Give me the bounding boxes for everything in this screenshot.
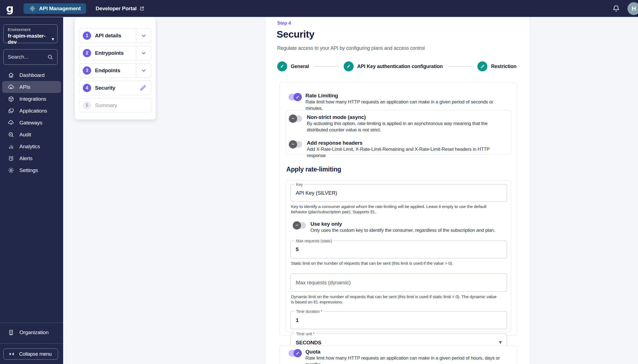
sidebar-item-gateways[interactable]: Gateways (0, 117, 63, 129)
expand-step-button[interactable] (136, 46, 151, 60)
add-response-headers-title: Add response headers (307, 140, 506, 146)
expand-step-button[interactable] (136, 29, 151, 43)
wizard-step-endpoints[interactable]: 3 Endpoints (79, 63, 151, 78)
cloud-down-icon (8, 119, 14, 126)
gravitee-logo: g (6, 3, 14, 14)
progress-step-api-key-config[interactable]: ✓ API Key authentication configuration (344, 61, 443, 71)
step-number-badge: 4 (83, 84, 91, 92)
max-requests-dynamic-field[interactable]: Max requests (dynamic) (290, 274, 507, 292)
max-requests-static-field[interactable]: Max requests (static) 5 (290, 241, 507, 258)
wizard-steps-card: 1 API details 2 Entrypoints 3 Endpoints … (75, 17, 156, 119)
sidebar-item-analytics[interactable]: Analytics (0, 141, 63, 152)
use-key-only-toggle[interactable]: − (293, 222, 306, 229)
chevron-down-icon (140, 50, 147, 56)
rate-limiting-toggle[interactable]: ✓ (289, 94, 301, 100)
progress-step-restriction[interactable]: Restriction (477, 61, 516, 71)
search-icon[interactable] (47, 54, 53, 60)
toggle-minus-icon: − (289, 115, 297, 123)
notifications-bell-icon[interactable] (612, 4, 620, 13)
bar-chart-icon (8, 143, 14, 150)
cloud-gear-icon (8, 84, 14, 90)
non-strict-mode-row: − Non-strict mode (async) By activating … (289, 114, 506, 133)
sidebar-item-label: Settings (19, 167, 38, 173)
search-check-icon (8, 131, 14, 138)
environment-selector[interactable]: Environment fr-apim-master-dev ▾ (3, 24, 58, 43)
quota-card: ✓ Quota Rate limit how many HTTP request… (279, 345, 517, 364)
time-duration-field[interactable]: Time duration * 1 (290, 311, 507, 329)
non-strict-mode-toggle[interactable]: − (289, 115, 302, 122)
main-content-panel: Step 4 Security Regulate access to your … (265, 17, 530, 364)
use-key-only-row: − Use key only Only uses the custom key … (293, 221, 506, 233)
quota-row: ✓ Quota Rate limit how many HTTP request… (289, 349, 511, 364)
add-response-headers-toggle[interactable]: − (289, 141, 302, 148)
add-response-headers-description: Add X-Rate-Limit-Limit, X-Rate-Limit-Rem… (307, 146, 506, 159)
user-avatar[interactable]: H (627, 2, 638, 15)
max-requests-dynamic-helper: Dynamic limit on the number of requests … (291, 294, 497, 305)
sidebar-item-alerts[interactable]: Alerts (0, 152, 63, 164)
wizard-step-label: Endpoints (95, 67, 136, 74)
sidebar-item-label: Gateways (19, 120, 42, 126)
chevron-down-icon (140, 67, 147, 74)
environment-value: fr-apim-master-dev (8, 33, 52, 45)
key-field-value: API Key (SILVER) (291, 184, 507, 201)
expand-step-button[interactable] (136, 64, 151, 77)
alarm-icon (8, 155, 14, 162)
copies-icon (8, 108, 14, 114)
toggle-minus-icon: − (289, 140, 297, 149)
rate-limiting-card: ✓ Rate Limiting Rate limit how many HTTP… (279, 82, 517, 336)
step-number-badge: 2 (83, 49, 91, 57)
wizard-step-summary: 5 Summary (79, 98, 151, 113)
max-requests-static-value: 5 (291, 241, 507, 258)
collapse-arrows-icon (9, 352, 15, 357)
sidebar-item-integrations[interactable]: Integrations (0, 93, 63, 105)
sidebar-item-settings[interactable]: Settings (0, 164, 63, 176)
search-input[interactable] (8, 54, 47, 60)
use-key-only-title: Use key only (310, 221, 495, 227)
key-field-label: Key (294, 182, 304, 187)
time-duration-label: Time duration * (294, 309, 324, 314)
gear-badge-icon (29, 5, 36, 12)
quota-description: Rate limit how many HTTP requests an app… (305, 355, 511, 364)
key-field-helper: Key to identify a consumer against whom … (291, 204, 497, 214)
wizard-step-entrypoints[interactable]: 2 Entrypoints (79, 46, 151, 60)
sidebar-item-audit[interactable]: Audit (0, 129, 63, 141)
progress-connector (314, 66, 339, 67)
wizard-step-label: Entrypoints (95, 50, 136, 56)
step-number-badge: 5 (83, 101, 91, 110)
progress-step-general[interactable]: ✓ General (277, 61, 309, 71)
sidebar-item-applications[interactable]: Applications (0, 105, 63, 117)
api-management-label: API Management (39, 6, 81, 12)
toggle-check-icon: ✓ (294, 93, 302, 101)
wizard-step-api-details[interactable]: 1 API details (79, 28, 151, 43)
page-subtitle: Regulate access to your API by configuri… (277, 45, 425, 51)
developer-portal-label: Developer Portal (96, 6, 137, 12)
sidebar-item-apis[interactable]: APIs (2, 81, 61, 93)
external-link-icon (139, 6, 145, 11)
quota-toggle[interactable]: ✓ (289, 350, 301, 357)
sidebar-item-label: Dashboard (19, 72, 45, 78)
api-management-button[interactable]: API Management (24, 3, 86, 14)
edit-pencil-icon[interactable] (139, 84, 146, 92)
step-indicator: Step 4 (277, 20, 291, 26)
time-unit-label: Time unit * (294, 332, 316, 336)
toggle-minus-icon: − (293, 221, 301, 230)
sidebar-item-label: Audit (19, 132, 31, 138)
max-requests-dynamic-placeholder: Max requests (dynamic) (291, 274, 507, 292)
sidebar-item-dashboard[interactable]: Dashboard (0, 69, 63, 81)
sidebar-nav: Dashboard APIs Integrations (0, 69, 63, 176)
rate-limiting-options-card: − Non-strict mode (async) By activating … (286, 110, 511, 155)
collapse-menu-button[interactable]: Collapse menu (3, 349, 58, 360)
key-field[interactable]: Key API Key (SILVER) (290, 184, 507, 202)
top-bar: g API Management Developer Portal H (0, 0, 638, 17)
wizard-step-label: Security (95, 85, 139, 91)
chevron-down-icon (140, 32, 147, 39)
developer-portal-link[interactable]: Developer Portal (96, 6, 145, 12)
sidebar-item-label: Alerts (19, 155, 32, 162)
rate-limiting-title: Rate Limiting (305, 93, 511, 99)
wizard-step-security[interactable]: 4 Security (79, 81, 151, 95)
use-key-only-description: Only uses the custom key to identify the… (310, 227, 495, 233)
quota-title: Quota (305, 349, 511, 355)
sidebar-item-organization[interactable]: Organization (0, 326, 63, 338)
add-response-headers-row: − Add response headers Add X-Rate-Limit-… (289, 140, 506, 159)
check-icon: ✓ (344, 61, 354, 71)
